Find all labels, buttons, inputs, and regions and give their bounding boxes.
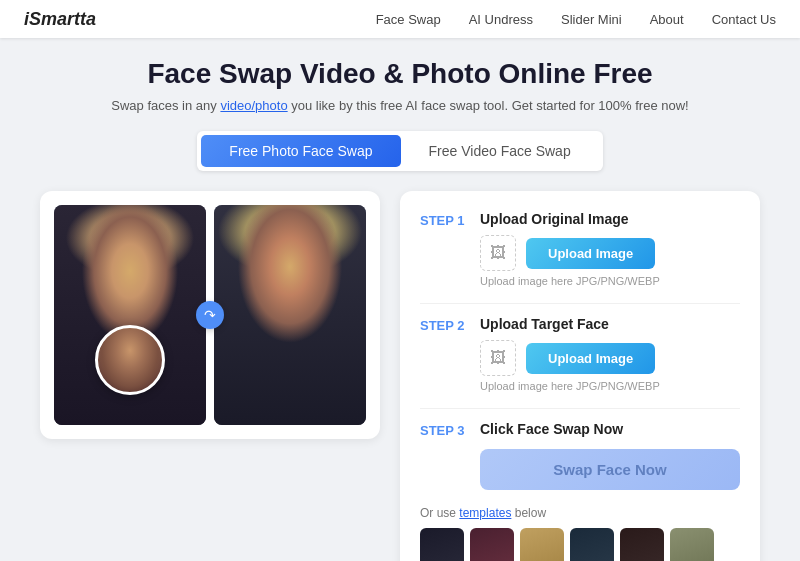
subtitle-text-before: Swap faces in any: [111, 98, 220, 113]
tab-photo-face-swap[interactable]: Free Photo Face Swap: [201, 135, 400, 167]
templates-grid: [420, 528, 740, 561]
nav-about[interactable]: About: [650, 12, 684, 27]
hero-subtitle: Swap faces in any video/photo you like b…: [40, 98, 760, 113]
template-thumb-4[interactable]: [570, 528, 614, 561]
step-1-label: STEP 1: [420, 211, 468, 228]
demo-images-panel: ↷: [40, 191, 380, 439]
tab-video-face-swap[interactable]: Free Video Face Swap: [401, 135, 599, 167]
step-1-title: Upload Original Image: [480, 211, 740, 227]
step-2-title: Upload Target Face: [480, 316, 740, 332]
demo-image-left: [54, 205, 206, 425]
step-2-icon-box: 🖼: [480, 340, 516, 376]
template-thumb-3[interactable]: [520, 528, 564, 561]
divider-1: [420, 303, 740, 304]
image-icon: 🖼: [490, 244, 506, 262]
hero-title: Face Swap Video & Photo Online Free: [40, 58, 760, 90]
arrow-container: ↷: [196, 301, 224, 329]
template-thumb-5[interactable]: [620, 528, 664, 561]
steps-panel: STEP 1 Upload Original Image 🖼 Upload Im…: [400, 191, 760, 561]
image-icon-2: 🖼: [490, 349, 506, 367]
templates-link[interactable]: templates: [459, 506, 511, 520]
step-2-label: STEP 2: [420, 316, 468, 333]
template-thumb-1[interactable]: [420, 528, 464, 561]
swap-arrow-icon: ↷: [196, 301, 224, 329]
step-1-icon-box: 🖼: [480, 235, 516, 271]
step-3-content: Click Face Swap Now Swap Face Now: [480, 421, 740, 490]
divider-2: [420, 408, 740, 409]
step-1-upload-row: 🖼 Upload Image: [480, 235, 740, 271]
step-2-upload-button[interactable]: Upload Image: [526, 343, 655, 374]
step-2-upload-row: 🖼 Upload Image: [480, 340, 740, 376]
header: iSmartta Face Swap AI Undress Slider Min…: [0, 0, 800, 38]
content-area: ↷ STEP 1 Upload Original Image 🖼 Upload …: [40, 191, 760, 561]
face-circle-overlay: [95, 325, 165, 395]
templates-section: Or use templates below: [420, 506, 740, 561]
nav-slider-mini[interactable]: Slider Mini: [561, 12, 622, 27]
template-thumb-6[interactable]: [670, 528, 714, 561]
subtitle-text-after: you like by this free AI face swap tool.…: [288, 98, 689, 113]
tab-bar: Free Photo Face Swap Free Video Face Swa…: [40, 131, 760, 171]
tab-group: Free Photo Face Swap Free Video Face Swa…: [197, 131, 602, 171]
step-3-label: STEP 3: [420, 421, 468, 438]
templates-label: Or use templates below: [420, 506, 740, 520]
nav-ai-undress[interactable]: AI Undress: [469, 12, 533, 27]
nav-contact[interactable]: Contact Us: [712, 12, 776, 27]
logo: iSmartta: [24, 9, 96, 30]
step-3-title: Click Face Swap Now: [480, 421, 740, 437]
nav: Face Swap AI Undress Slider Mini About C…: [376, 12, 776, 27]
templates-label-after: below: [511, 506, 546, 520]
demo-image-right: [214, 205, 366, 425]
step-1-upload-button[interactable]: Upload Image: [526, 238, 655, 269]
step-2-hint: Upload image here JPG/PNG/WEBP: [480, 380, 740, 392]
step-2-content: Upload Target Face 🖼 Upload Image Upload…: [480, 316, 740, 392]
templates-label-before: Or use: [420, 506, 459, 520]
subtitle-link[interactable]: video/photo: [220, 98, 287, 113]
step-1-hint: Upload image here JPG/PNG/WEBP: [480, 275, 740, 287]
swap-face-now-button[interactable]: Swap Face Now: [480, 449, 740, 490]
step-1-row: STEP 1 Upload Original Image 🖼 Upload Im…: [420, 211, 740, 287]
step-2-row: STEP 2 Upload Target Face 🖼 Upload Image…: [420, 316, 740, 392]
main-content: Face Swap Video & Photo Online Free Swap…: [0, 38, 800, 561]
step-1-content: Upload Original Image 🖼 Upload Image Upl…: [480, 211, 740, 287]
template-thumb-2[interactable]: [470, 528, 514, 561]
nav-face-swap[interactable]: Face Swap: [376, 12, 441, 27]
step-3-row: STEP 3 Click Face Swap Now Swap Face Now: [420, 421, 740, 490]
